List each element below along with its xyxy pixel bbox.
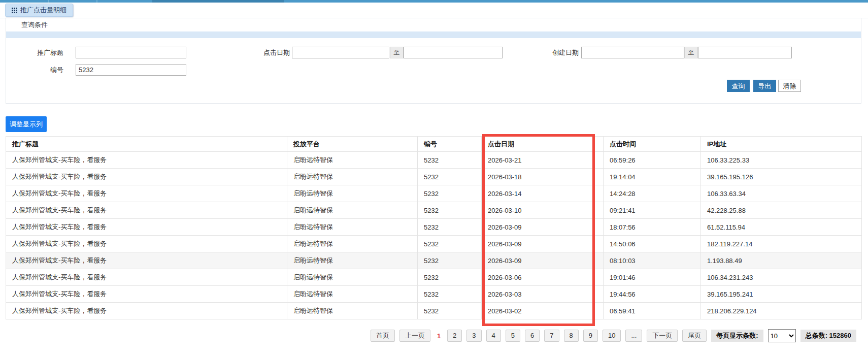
table-cell: 人保郑州管城支-买车险，看服务	[6, 269, 287, 286]
table-cell: 2026-03-10	[482, 202, 604, 219]
table-cell: 人保郑州管城支-买车险，看服务	[6, 169, 287, 185]
create-date-to-input[interactable]	[698, 47, 792, 58]
query-button[interactable]: 查询	[727, 80, 750, 92]
page-button[interactable]: 6	[525, 330, 540, 342]
clear-button[interactable]: 清除	[778, 80, 801, 92]
table-row[interactable]: 人保郑州管城支-买车险，看服务启盼远特智保52322026-03-1414:24…	[6, 185, 862, 202]
table-row[interactable]: 人保郑州管城支-买车险，看服务启盼远特智保52322026-03-0319:44…	[6, 286, 862, 303]
table-cell: 5232	[418, 303, 482, 319]
promo-title-input[interactable]	[76, 47, 186, 58]
table-cell: 09:21:41	[604, 202, 701, 219]
results-table: 推广标题投放平台编号点击日期点击时间IP地址 人保郑州管城支-买车险，看服务启盼…	[6, 136, 862, 319]
create-date-from-input[interactable]	[581, 47, 684, 58]
table-cell: 2026-03-09	[482, 219, 604, 236]
panel-header-strip	[6, 31, 861, 38]
export-button[interactable]: 导出	[753, 80, 776, 92]
next-page-button[interactable]: 下一页	[647, 330, 678, 342]
table-cell: 5232	[418, 169, 482, 185]
first-page-button[interactable]: 首页	[371, 330, 395, 342]
query-panel-title: 查询条件	[6, 18, 861, 31]
total-count: 总条数: 152860	[800, 330, 856, 342]
page-button[interactable]: 9	[583, 330, 598, 342]
table-row[interactable]: 人保郑州管城支-买车险，看服务启盼远特智保52322026-03-0206:59…	[6, 303, 862, 319]
table-cell: 06:59:26	[604, 152, 701, 169]
total-count-value: 152860	[829, 332, 851, 339]
table-cell: 启盼远特智保	[287, 185, 418, 202]
results-table-wrap: 推广标题投放平台编号点击日期点击时间IP地址 人保郑州管城支-买车险，看服务启盼…	[6, 136, 861, 319]
tab-promo-click-detail[interactable]: 推广点击量明细	[5, 4, 73, 17]
page-button[interactable]: 3	[466, 330, 481, 342]
top-menu-strip	[0, 0, 868, 3]
table-cell: 人保郑州管城支-买车险，看服务	[6, 219, 287, 236]
table-cell: 启盼远特智保	[287, 269, 418, 286]
table-cell: 启盼远特智保	[287, 236, 418, 252]
column-header: 推广标题	[6, 137, 287, 152]
table-cell: 启盼远特智保	[287, 219, 418, 236]
table-cell: 人保郑州管城支-买车险，看服务	[6, 152, 287, 169]
table-cell: 19:44:56	[604, 286, 701, 303]
table-row[interactable]: 人保郑州管城支-买车险，看服务启盼远特智保52322026-03-1009:21…	[6, 202, 862, 219]
table-cell: 5232	[418, 269, 482, 286]
table-row[interactable]: 人保郑州管城支-买车险，看服务启盼远特智保52322026-03-1819:14…	[6, 169, 862, 185]
prev-page-button[interactable]: 上一页	[399, 330, 430, 342]
grid-icon	[12, 8, 13, 9]
table-cell: 启盼远特智保	[287, 152, 418, 169]
table-cell: 218.206.229.124	[701, 303, 862, 319]
promo-title-label: 推广标题	[13, 47, 63, 58]
table-cell: 5232	[418, 185, 482, 202]
table-row[interactable]: 人保郑州管城支-买车险，看服务启盼远特智保52322026-03-0908:10…	[6, 252, 862, 269]
table-cell: 14:24:28	[604, 185, 701, 202]
page-button[interactable]: 5	[506, 330, 520, 342]
table-row[interactable]: 人保郑州管城支-买车险，看服务启盼远特智保52322026-03-2106:59…	[6, 152, 862, 169]
column-header: 投放平台	[287, 137, 418, 152]
table-cell: 19:01:46	[604, 269, 701, 286]
table-cell: 2026-03-18	[482, 169, 604, 185]
ellipsis-button[interactable]: ...	[625, 330, 642, 342]
last-page-button[interactable]: 尾页	[682, 330, 707, 342]
table-cell: 5232	[418, 219, 482, 236]
table-cell: 2026-03-02	[482, 303, 604, 319]
query-panel: 查询条件 推广标题 点击日期 至 创建日期 至 编号 查询 导出 清除	[6, 18, 861, 104]
table-cell: 5232	[418, 252, 482, 269]
table-cell: 5232	[418, 202, 482, 219]
serial-input[interactable]	[76, 64, 186, 76]
adjust-columns-button[interactable]: 调整显示列	[6, 116, 47, 132]
table-header-row: 推广标题投放平台编号点击日期点击时间IP地址	[6, 137, 862, 152]
table-cell: 1.193.88.49	[701, 252, 862, 269]
click-date-to-input[interactable]	[404, 47, 503, 58]
table-cell: 106.34.231.243	[701, 269, 862, 286]
table-row[interactable]: 人保郑州管城支-买车险，看服务启盼远特智保52322026-03-0914:50…	[6, 236, 862, 252]
table-cell: 08:10:03	[604, 252, 701, 269]
serial-label: 编号	[13, 64, 63, 76]
table-row[interactable]: 人保郑州管城支-买车险，看服务启盼远特智保52322026-03-0918:07…	[6, 219, 862, 236]
page-button[interactable]: 2	[447, 330, 462, 342]
table-cell: 2026-03-09	[482, 252, 604, 269]
column-header: 点击日期	[482, 137, 604, 152]
page-size-select[interactable]: 10	[768, 329, 796, 342]
page-button[interactable]: 4	[486, 330, 501, 342]
column-header: 编号	[418, 137, 482, 152]
table-cell: 2026-03-06	[482, 269, 604, 286]
page-button[interactable]: 10	[603, 330, 621, 342]
table-cell: 19:14:04	[604, 169, 701, 185]
table-cell: 106.33.63.34	[701, 185, 862, 202]
table-row[interactable]: 人保郑州管城支-买车险，看服务启盼远特智保52322026-03-0619:01…	[6, 269, 862, 286]
tab-label: 推广点击量明细	[20, 6, 66, 15]
total-count-label: 总条数:	[806, 332, 827, 339]
click-date-from-input[interactable]	[292, 47, 389, 58]
click-date-label: 点击日期	[239, 47, 290, 58]
table-cell: 2026-03-21	[482, 152, 604, 169]
table-cell: 5232	[418, 152, 482, 169]
table-cell: 启盼远特智保	[287, 252, 418, 269]
table-cell: 人保郑州管城支-买车险，看服务	[6, 236, 287, 252]
table-cell: 5232	[418, 236, 482, 252]
page-size-label: 每页显示条数:	[711, 330, 763, 342]
table-cell: 人保郑州管城支-买车险，看服务	[6, 252, 287, 269]
table-cell: 启盼远特智保	[287, 303, 418, 319]
table-cell: 启盼远特智保	[287, 169, 418, 185]
create-date-label: 创建日期	[528, 47, 579, 58]
table-cell: 人保郑州管城支-买车险，看服务	[6, 303, 287, 319]
page-button[interactable]: 7	[544, 330, 559, 342]
page-button[interactable]: 8	[564, 330, 579, 342]
table-cell: 人保郑州管城支-买车险，看服务	[6, 286, 287, 303]
